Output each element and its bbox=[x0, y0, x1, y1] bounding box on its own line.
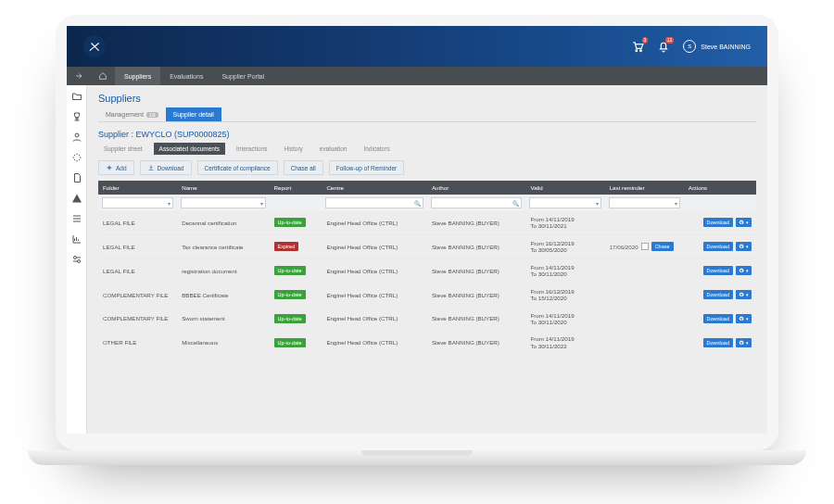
cell-author: Steve BANNING (BUYER) bbox=[427, 211, 526, 234]
table-row: COMPLEMENTARY FILE BBBEE Certificate Up-… bbox=[98, 283, 756, 307]
filter-last[interactable]: ▾ bbox=[609, 197, 680, 208]
user-menu[interactable]: S Steve BAINNING bbox=[683, 40, 751, 53]
row-settings-button[interactable]: ▾ bbox=[736, 242, 752, 251]
row-download-button[interactable]: Download bbox=[703, 314, 733, 323]
rail-icon-user[interactable] bbox=[71, 132, 82, 143]
row-settings-button[interactable]: ▾ bbox=[736, 314, 752, 323]
row-settings-button[interactable]: ▾ bbox=[736, 338, 752, 347]
row-settings-button[interactable]: ▾ bbox=[736, 266, 752, 275]
user-name: Steve BAINNING bbox=[701, 44, 751, 50]
filter-centre[interactable]: 🔍 bbox=[325, 197, 423, 208]
app-header: 3 12 S Steve BAINNING bbox=[67, 26, 767, 67]
row-settings-button[interactable]: ▾ bbox=[736, 218, 752, 227]
cell-name: Tax clearance certificate bbox=[177, 234, 269, 258]
bell-count: 12 bbox=[665, 37, 675, 44]
filter-folder[interactable]: ▾ bbox=[102, 197, 173, 208]
nav-evaluations[interactable]: Evaluations bbox=[160, 67, 212, 85]
status-badge: Up-to-date bbox=[274, 218, 306, 227]
cell-name: Miscellaneous bbox=[177, 331, 269, 355]
certificate-button[interactable]: Certificate of compliance bbox=[197, 160, 278, 175]
tab2-interactions[interactable]: Interactions bbox=[231, 143, 273, 155]
rail-icon-settings[interactable] bbox=[71, 254, 82, 265]
tab-management[interactable]: Management 16 bbox=[98, 107, 166, 121]
rail-icon-spinner[interactable] bbox=[71, 152, 82, 163]
filter-valid[interactable]: ▾ bbox=[529, 197, 600, 208]
cell-last: 17/06/2020Chase bbox=[605, 234, 684, 258]
nav-suppliers[interactable]: Suppliers bbox=[115, 67, 160, 85]
cell-last bbox=[605, 283, 684, 307]
add-button[interactable]: Add bbox=[98, 160, 134, 175]
tab-supplier-detail[interactable]: Supplier detail bbox=[166, 107, 221, 121]
nav-collapse[interactable] bbox=[67, 67, 91, 85]
cell-valid: From 14/11/2019To 30/11/2020 bbox=[525, 258, 604, 283]
cell-name: registration document bbox=[177, 258, 269, 283]
app-logo[interactable] bbox=[83, 35, 106, 57]
svg-point-3 bbox=[73, 257, 76, 259]
table-row: OTHER FILE Miscellaneous Up-to-date Engi… bbox=[98, 331, 756, 355]
cell-author: Steve BANNING (BUYER) bbox=[427, 331, 526, 355]
cell-valid: From 14/11/2019To 30/11/2021 bbox=[525, 211, 604, 234]
chase-button[interactable]: Chase bbox=[651, 242, 674, 251]
row-download-button[interactable]: Download bbox=[703, 242, 733, 251]
follow-up-button[interactable]: Follow-up of Reminder bbox=[329, 160, 404, 175]
rail-icon-warning[interactable] bbox=[71, 193, 82, 204]
table-row: LEGAL FILE registration document Up-to-d… bbox=[98, 258, 756, 283]
cell-folder: LEGAL FILE bbox=[98, 234, 177, 258]
cell-valid: From 16/12/2019To 30/05/2020 bbox=[525, 234, 604, 258]
tab2-history[interactable]: History bbox=[279, 143, 309, 155]
row-download-button[interactable]: Download bbox=[703, 218, 733, 227]
cell-last bbox=[605, 258, 684, 283]
status-badge: Up-to-date bbox=[274, 266, 306, 275]
cell-folder: COMPLEMENTARY FILE bbox=[98, 283, 177, 307]
cell-valid: From 14/11/2019To 30/11/2020 bbox=[525, 307, 604, 331]
row-settings-button[interactable]: ▾ bbox=[736, 290, 752, 299]
col-centre[interactable]: Centre bbox=[322, 181, 427, 195]
svg-point-2 bbox=[75, 133, 79, 137]
documents-table: Folder Name Report Centre Author Valid L… bbox=[98, 181, 756, 355]
toolbar: Add Download Certificate of compliance C… bbox=[98, 160, 756, 175]
row-download-button[interactable]: Download bbox=[703, 338, 733, 347]
tab2-sheet[interactable]: Supplier sheet bbox=[98, 143, 148, 155]
rail-icon-folder[interactable] bbox=[71, 91, 82, 102]
svg-point-1 bbox=[640, 50, 642, 52]
chase-all-button[interactable]: Chase all bbox=[284, 160, 323, 175]
cell-folder: OTHER FILE bbox=[98, 331, 177, 355]
cell-author: Steve BANNING (BUYER) bbox=[427, 258, 526, 283]
tab2-indicators[interactable]: Indicators bbox=[358, 143, 395, 155]
nav-home[interactable] bbox=[91, 67, 115, 85]
page-title: Suppliers bbox=[98, 93, 756, 104]
side-rail bbox=[67, 85, 87, 434]
rail-icon-list[interactable] bbox=[71, 213, 82, 224]
rail-icon-trophy[interactable] bbox=[71, 111, 82, 122]
table-filters: ▾ ▾ 🔍 🔍 ▾ ▾ bbox=[98, 195, 756, 211]
table-header: Folder Name Report Centre Author Valid L… bbox=[98, 181, 756, 195]
svg-point-0 bbox=[636, 50, 638, 52]
filter-author[interactable]: 🔍 bbox=[431, 197, 523, 208]
col-author[interactable]: Author bbox=[427, 181, 526, 195]
tab2-documents[interactable]: Associated documents bbox=[154, 143, 225, 155]
col-valid[interactable]: Valid bbox=[525, 181, 604, 195]
last-check[interactable] bbox=[641, 243, 649, 250]
status-badge: Up-to-date bbox=[274, 290, 306, 299]
tab2-evaluation[interactable]: evaluation bbox=[314, 143, 353, 155]
bell-icon[interactable]: 12 bbox=[657, 40, 670, 53]
col-name[interactable]: Name bbox=[177, 181, 269, 195]
nav-supplier-portal[interactable]: Supplier Portal bbox=[212, 67, 273, 85]
main-nav: Suppliers Evaluations Supplier Portal bbox=[67, 67, 767, 85]
filter-name[interactable]: ▾ bbox=[181, 197, 265, 208]
rail-icon-chart[interactable] bbox=[71, 233, 82, 245]
col-folder[interactable]: Folder bbox=[98, 181, 177, 195]
cart-count: 3 bbox=[642, 37, 649, 44]
row-download-button[interactable]: Download bbox=[703, 290, 733, 299]
rail-icon-doc[interactable] bbox=[71, 172, 82, 183]
svg-point-4 bbox=[77, 260, 80, 263]
col-last[interactable]: Last reminder bbox=[605, 181, 684, 195]
cell-centre: Enginel Head Office (CTRL) bbox=[322, 283, 427, 307]
last-date: 17/06/2020 bbox=[610, 244, 638, 250]
col-report[interactable]: Report bbox=[270, 181, 322, 195]
download-button[interactable]: Download bbox=[140, 160, 192, 175]
status-badge: Up-to-date bbox=[274, 314, 306, 323]
row-download-button[interactable]: Download bbox=[703, 266, 733, 275]
cell-folder: LEGAL FILE bbox=[98, 211, 177, 234]
cart-icon[interactable]: 3 bbox=[631, 40, 644, 53]
